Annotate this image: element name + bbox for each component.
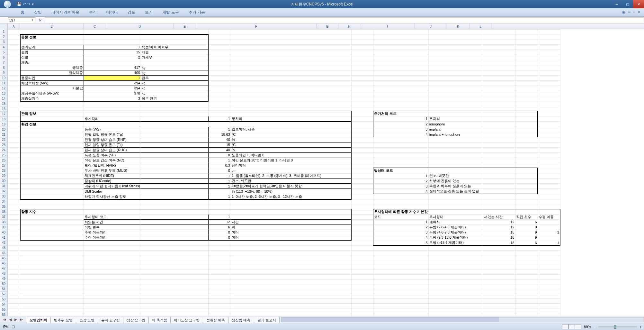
row-header[interactable]: 25: [0, 153, 8, 158]
column-header[interactable]: L: [470, 24, 492, 29]
cell[interactable]: 1: [373, 219, 428, 225]
cell[interactable]: 무처리: [428, 116, 483, 122]
cell[interactable]: 0: [208, 168, 231, 173]
cell[interactable]: [351, 214, 373, 219]
cell[interactable]: 1: [538, 240, 560, 246]
cell[interactable]: [373, 91, 428, 96]
cell[interactable]: [483, 122, 515, 127]
cell[interactable]: [538, 80, 560, 86]
cell[interactable]: [515, 122, 538, 127]
select-all-corner[interactable]: [0, 24, 8, 29]
cell[interactable]: [8, 255, 20, 260]
cell[interactable]: [84, 270, 141, 274]
sheet-tab[interactable]: 결과 보고서: [254, 317, 280, 323]
cell[interactable]: 우사형태 코드: [84, 214, 141, 219]
cell[interactable]: [20, 308, 84, 313]
cell[interactable]: [141, 132, 208, 137]
cell[interactable]: [538, 70, 560, 75]
row-header[interactable]: 1: [0, 29, 8, 34]
cell[interactable]: [428, 158, 483, 163]
cell[interactable]: [428, 44, 483, 50]
row-header[interactable]: 41: [0, 235, 8, 240]
cell[interactable]: [515, 209, 538, 215]
cell[interactable]: [208, 65, 231, 70]
cell[interactable]: [141, 194, 208, 199]
cell[interactable]: [84, 34, 141, 40]
cell[interactable]: [231, 96, 351, 101]
cell[interactable]: [20, 265, 84, 270]
cell[interactable]: [20, 204, 84, 209]
cell[interactable]: [20, 106, 84, 111]
cell[interactable]: 생체중: [20, 65, 84, 70]
cell[interactable]: 육성/비육 비육우: [141, 44, 208, 50]
cell[interactable]: [208, 40, 231, 44]
row-header[interactable]: 3: [0, 40, 8, 45]
cell[interactable]: [8, 298, 20, 303]
cell[interactable]: [351, 250, 373, 255]
cell[interactable]: [351, 289, 373, 294]
cell[interactable]: [20, 298, 84, 303]
cell[interactable]: [20, 245, 84, 250]
cell[interactable]: 야간 온도 감소 여부 (NC): [84, 158, 141, 163]
cell[interactable]: [208, 308, 231, 313]
cell[interactable]: [428, 260, 483, 265]
cell[interactable]: 동물 정보: [20, 34, 84, 40]
ribbon-tab[interactable]: 홈: [16, 8, 29, 16]
cell[interactable]: [84, 199, 141, 204]
cell[interactable]: [373, 265, 428, 270]
cell[interactable]: [373, 106, 428, 111]
cell[interactable]: [351, 163, 373, 168]
column-header[interactable]: I: [360, 24, 415, 29]
cell[interactable]: [8, 214, 20, 219]
cell[interactable]: [8, 204, 20, 209]
cell[interactable]: [538, 60, 560, 65]
cell[interactable]: [8, 142, 20, 147]
cell[interactable]: [351, 219, 373, 225]
cell[interactable]: [8, 86, 20, 91]
cell[interactable]: [351, 270, 373, 274]
row-header[interactable]: 24: [0, 148, 8, 153]
cell[interactable]: [538, 147, 560, 152]
cell[interactable]: [208, 294, 231, 298]
cell[interactable]: [428, 284, 483, 289]
cell[interactable]: °C: [231, 142, 351, 147]
cell[interactable]: [538, 137, 560, 142]
cell[interactable]: [141, 214, 208, 219]
cell[interactable]: [351, 298, 373, 303]
cell[interactable]: [483, 189, 515, 194]
cell[interactable]: [351, 255, 373, 260]
cell[interactable]: [515, 313, 538, 316]
cell[interactable]: [428, 298, 483, 303]
cell[interactable]: [8, 260, 20, 265]
cell[interactable]: [141, 209, 208, 215]
cell[interactable]: [208, 245, 231, 250]
cell[interactable]: 체충실지수: [20, 96, 84, 101]
cell[interactable]: [373, 260, 428, 265]
cell[interactable]: [20, 279, 84, 284]
cell[interactable]: [208, 303, 231, 308]
cell[interactable]: 1: [208, 158, 231, 163]
cell[interactable]: [8, 279, 20, 284]
cell[interactable]: 0: [208, 230, 231, 235]
cell[interactable]: [351, 70, 373, 75]
cell[interactable]: 코드: [373, 214, 428, 219]
cell[interactable]: [483, 101, 515, 106]
cell[interactable]: 털상태 (HCcode): [84, 179, 141, 184]
cell[interactable]: [538, 142, 560, 147]
zoom-out-button[interactable]: −: [594, 325, 595, 329]
cell[interactable]: [141, 168, 208, 173]
cell[interactable]: [231, 34, 351, 40]
cell[interactable]: 모장 (털길이, HAIR): [84, 163, 141, 168]
cell[interactable]: [483, 245, 515, 250]
sheet-tab[interactable]: 생산량 예측: [228, 317, 254, 323]
cell[interactable]: [538, 168, 560, 173]
cell[interactable]: [428, 313, 483, 316]
cell[interactable]: [20, 255, 84, 260]
cell[interactable]: [208, 265, 231, 270]
cell[interactable]: [20, 30, 84, 34]
cell[interactable]: [483, 289, 515, 294]
cell[interactable]: 6: [208, 225, 231, 230]
cell[interactable]: [208, 96, 231, 101]
cell[interactable]: [515, 40, 538, 44]
cell[interactable]: [483, 168, 515, 173]
